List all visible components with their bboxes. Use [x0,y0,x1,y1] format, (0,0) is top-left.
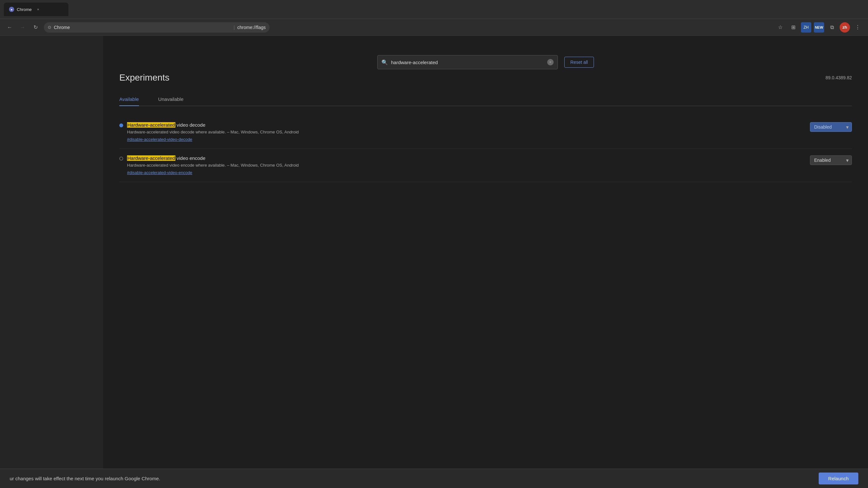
tab-unavailable[interactable]: Unavailable [158,93,183,106]
overflow-menu-button[interactable]: ⋮ [852,22,863,33]
experiment-title-highlight-decode: Hardware-accelerated [127,122,176,128]
address-separator: | [234,25,235,30]
experiment-select-wrapper-encode: Default Enabled Disabled [810,155,852,165]
experiment-title-highlight-encode: Hardware-accelerated [127,155,176,161]
experiment-title-encode: Hardware-accelerated video encode [127,155,806,161]
experiment-content-encode: Hardware-accelerated video encode Hardwa… [127,155,806,175]
experiment-indicator-encode [119,157,123,161]
extensions-grid-button[interactable]: ⊞ [788,22,798,33]
tab-area: ● Chrome × [4,3,864,16]
tab-favicon-icon: ● [9,7,14,12]
page-container: 🔍 × Reset all Experiments 89.0.4389.82 A… [0,36,868,488]
nav-actions: ☆ ⊞ ZH NEW ⧉ zh ⋮ [775,22,863,33]
page-title: Experiments [119,72,169,83]
puzzle-extension-button[interactable]: ⧉ [827,22,837,33]
experiment-control-decode: Disabled Default Enabled [810,122,852,132]
search-input[interactable] [391,60,544,65]
experiment-desc-encode: Hardware-accelerated video encode where … [127,163,806,168]
experiment-title-rest-decode: video decode [176,122,206,128]
experiments-header: Experiments 89.0.4389.82 [119,72,852,83]
search-clear-button[interactable]: × [547,59,554,65]
tab-close-button[interactable]: × [35,7,41,12]
experiment-title-rest-encode: video encode [176,155,206,161]
tab-title: Chrome [17,7,32,12]
bottom-bar: ur changes will take effect the next tim… [0,469,868,488]
bottom-message: ur changes will take effect the next tim… [10,476,160,481]
profile-avatar-button[interactable]: zh [840,22,850,33]
experiment-link-decode[interactable]: #disable-accelerated-video-decode [127,137,192,142]
experiment-indicator-decode [119,124,123,127]
relaunch-button[interactable]: Relaunch [819,473,858,484]
experiment-dropdown-decode[interactable]: Disabled Default Enabled [810,122,852,132]
search-icon: 🔍 [381,59,388,65]
experiment-title-decode: Hardware-accelerated video decode [127,122,806,128]
experiment-dropdown-encode[interactable]: Default Enabled Disabled [810,155,852,165]
experiment-link-encode[interactable]: #disable-accelerated-video-encode [127,170,192,175]
experiment-control-encode: Default Enabled Disabled [810,155,852,165]
bookmark-button[interactable]: ☆ [775,22,785,33]
address-url-text: chrome://flags [237,25,266,30]
site-icon: ⊙ [48,25,51,30]
search-box: 🔍 × [377,55,558,69]
experiment-select-wrapper-decode: Disabled Default Enabled [810,122,852,132]
nav-bar: ← → ↻ ⊙ Chrome | chrome://flags ☆ ⊞ ZH N… [0,19,868,36]
main-content: 🔍 × Reset all Experiments 89.0.4389.82 A… [103,36,868,488]
experiment-content-decode: Hardware-accelerated video decode Hardwa… [127,122,806,142]
new-extension-button[interactable]: NEW [814,22,824,33]
experiment-item-encode: Hardware-accelerated video encode Hardwa… [119,149,852,182]
experiment-desc-decode: Hardware-accelerated video decode where … [127,130,806,134]
version-text: 89.0.4389.82 [826,75,852,80]
sidebar [0,36,103,488]
tabs-container: Available Unavailable [119,93,852,106]
reload-button[interactable]: ↻ [31,23,40,32]
forward-button[interactable]: → [18,23,27,32]
search-container: 🔍 × Reset all [119,49,852,72]
browser-titlebar: ● Chrome × [0,0,868,19]
site-name-label: Chrome [54,25,231,30]
address-bar[interactable]: ⊙ Chrome | chrome://flags [44,22,270,33]
tab-available[interactable]: Available [119,93,139,106]
browser-tab[interactable]: ● Chrome × [4,3,68,16]
translate-button[interactable]: ZH [801,22,811,33]
back-button[interactable]: ← [5,23,14,32]
reset-all-button[interactable]: Reset all [564,57,594,68]
experiment-item-decode: Hardware-accelerated video decode Hardwa… [119,116,852,149]
